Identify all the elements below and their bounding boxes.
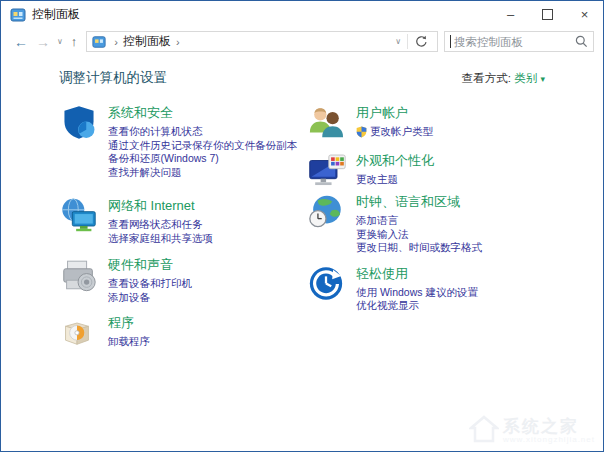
- task-label: 更改帐户类型: [370, 125, 433, 139]
- printer-disc-icon[interactable]: [59, 255, 103, 304]
- task-link[interactable]: 更改主题: [356, 173, 434, 187]
- page-title: 调整计算机的设置: [59, 69, 167, 87]
- category-ease-of-access: 轻松使用使用 Windows 建议的设置优化视觉显示: [307, 264, 545, 313]
- category-programs: 程序卸载程序: [59, 313, 307, 350]
- watermark: 系统之家 www.xitongzhijia.net: [469, 415, 595, 447]
- task-label: 更改主题: [356, 173, 398, 187]
- back-button[interactable]: ←: [10, 35, 32, 49]
- close-button[interactable]: ×: [566, 1, 603, 28]
- category-title-appearance-personalization[interactable]: 外观和个性化: [356, 152, 434, 170]
- category-column-left: 系统和安全查看你的计算机状态通过文件历史记录保存你的文件备份副本备份和还原(Wi…: [59, 103, 307, 364]
- watermark-house-icon: [469, 415, 499, 447]
- task-link[interactable]: 更改日期、时间或数字格式: [356, 241, 482, 255]
- task-link[interactable]: 通过文件历史记录保存你的文件备份副本: [108, 139, 297, 153]
- task-link[interactable]: 查看网络状态和任务: [108, 218, 213, 232]
- category-title-system-security[interactable]: 系统和安全: [108, 104, 297, 122]
- category-system-security: 系统和安全查看你的计算机状态通过文件历史记录保存你的文件备份副本备份和还原(Wi…: [59, 103, 307, 179]
- globe-monitor-icon[interactable]: [59, 196, 103, 245]
- maximize-button[interactable]: [529, 1, 566, 28]
- task-link[interactable]: 更换输入法: [356, 228, 482, 242]
- category-hardware-sound: 硬件和声音查看设备和打印机添加设备: [59, 255, 307, 304]
- category-appearance-personalization: 外观和个性化更改主题: [307, 151, 545, 189]
- task-link[interactable]: 备份和还原(Windows 7): [108, 152, 297, 166]
- category-title-user-accounts[interactable]: 用户帐户: [356, 104, 433, 122]
- view-by-label: 查看方式:: [462, 72, 511, 84]
- watermark-name: 系统之家: [503, 418, 579, 435]
- task-link[interactable]: 查找并解决问题: [108, 166, 297, 180]
- breadcrumb-separator: ›: [109, 36, 123, 48]
- category-column-right: 用户帐户 更改帐户类型 外观和个性化更改主题 时钟、语言和区域添加语言更换输入法…: [307, 103, 545, 364]
- search-input[interactable]: [452, 35, 575, 49]
- refresh-icon[interactable]: [408, 35, 433, 48]
- address-dropdown-icon[interactable]: ∨: [389, 34, 408, 49]
- task-label: 优化视觉显示: [356, 299, 419, 313]
- category-user-accounts: 用户帐户 更改帐户类型: [307, 103, 545, 140]
- watermark-url: www.xitongzhijia.net: [503, 435, 595, 444]
- search-icon: [575, 35, 588, 48]
- forward-button[interactable]: →: [32, 35, 54, 49]
- task-label: 选择家庭组和共享选项: [108, 232, 213, 246]
- control-panel-crumb-icon: [92, 35, 106, 49]
- task-link[interactable]: 选择家庭组和共享选项: [108, 232, 213, 246]
- category-title-ease-of-access[interactable]: 轻松使用: [356, 265, 478, 283]
- category-title-clock-language-region[interactable]: 时钟、语言和区域: [356, 193, 482, 211]
- task-label: 添加语言: [356, 214, 398, 228]
- ease-of-access-icon[interactable]: [307, 264, 351, 313]
- task-link[interactable]: 卸载程序: [108, 335, 150, 349]
- minimize-button[interactable]: –: [492, 1, 529, 28]
- task-label: 添加设备: [108, 291, 150, 305]
- window-title: 控制面板: [32, 6, 80, 23]
- program-box-icon[interactable]: [59, 313, 103, 350]
- title-bar: 控制面板 – ×: [1, 1, 603, 28]
- two-users-icon[interactable]: [307, 103, 351, 140]
- task-label: 卸载程序: [108, 335, 150, 349]
- task-link[interactable]: 添加语言: [356, 214, 482, 228]
- text-cursor: [450, 35, 451, 48]
- task-label: 通过文件历史记录保存你的文件备份副本: [108, 139, 297, 153]
- category-title-hardware-sound[interactable]: 硬件和声音: [108, 256, 192, 274]
- category-network-internet: 网络和 Internet查看网络状态和任务选择家庭组和共享选项: [59, 196, 307, 245]
- shield-pie-icon[interactable]: [59, 103, 103, 179]
- category-title-programs[interactable]: 程序: [108, 314, 150, 332]
- task-label: 更改日期、时间或数字格式: [356, 241, 482, 255]
- main-content: 调整计算机的设置 查看方式: 类别 ▾ 系统和安全查看你的计算机状态通过文件历史…: [1, 55, 603, 364]
- task-label: 使用 Windows 建议的设置: [356, 286, 478, 300]
- task-link[interactable]: 查看设备和打印机: [108, 277, 192, 291]
- breadcrumb-separator[interactable]: ›: [171, 36, 185, 48]
- task-link[interactable]: 添加设备: [108, 291, 192, 305]
- category-title-network-internet[interactable]: 网络和 Internet: [108, 197, 213, 215]
- view-by-dropdown-icon[interactable]: ▾: [540, 74, 545, 84]
- task-link[interactable]: 查看你的计算机状态: [108, 125, 297, 139]
- view-by-value-link[interactable]: 类别: [514, 72, 537, 84]
- uac-shield-icon: [356, 126, 367, 138]
- task-label: 查看网络状态和任务: [108, 218, 203, 232]
- task-link[interactable]: 更改帐户类型: [356, 125, 433, 139]
- breadcrumb-control-panel[interactable]: 控制面板: [123, 33, 171, 50]
- task-label: 查看你的计算机状态: [108, 125, 203, 139]
- up-button[interactable]: ↑: [66, 34, 83, 49]
- task-label: 备份和还原(Windows 7): [108, 152, 219, 166]
- task-link[interactable]: 优化视觉显示: [356, 299, 478, 313]
- navigation-toolbar: ← → ∨ ↑ › 控制面板 › ∨: [1, 28, 603, 55]
- address-bar[interactable]: › 控制面板 › ∨: [86, 31, 438, 52]
- task-label: 查看设备和打印机: [108, 277, 192, 291]
- category-clock-language-region: 时钟、语言和区域添加语言更换输入法更改日期、时间或数字格式: [307, 192, 545, 255]
- globe-clock-icon[interactable]: [307, 192, 351, 255]
- control-panel-window: 控制面板 – × ← → ∨ ↑ › 控制面板 › ∨: [0, 0, 604, 452]
- maximize-icon: [542, 9, 553, 20]
- task-label: 查找并解决问题: [108, 166, 182, 180]
- task-label: 更换输入法: [356, 228, 409, 242]
- view-by: 查看方式: 类别 ▾: [462, 71, 545, 86]
- task-link[interactable]: 使用 Windows 建议的设置: [356, 286, 478, 300]
- search-box[interactable]: [444, 31, 594, 52]
- monitor-palette-icon[interactable]: [307, 151, 351, 189]
- control-panel-icon: [10, 7, 26, 23]
- recent-pages-dropdown-icon[interactable]: ∨: [54, 37, 66, 46]
